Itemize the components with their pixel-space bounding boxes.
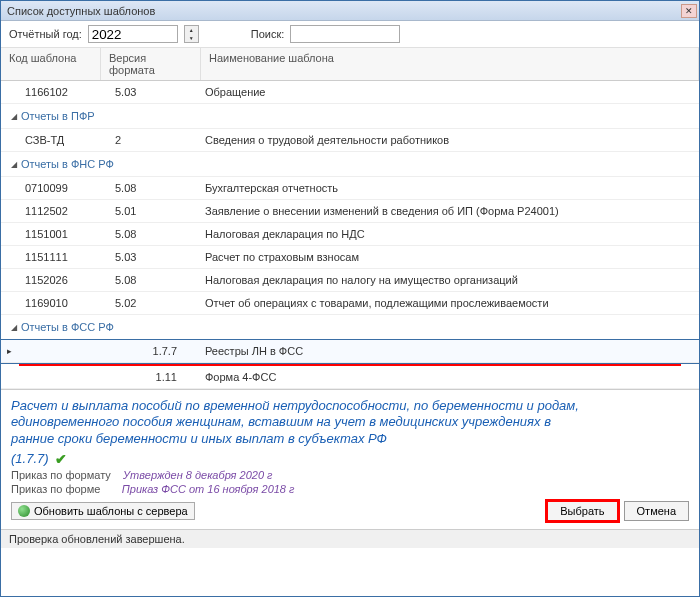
table-row[interactable]: 1166102 5.03 Обращение xyxy=(1,81,699,104)
group-row-pfr[interactable]: ◢ Отчеты в ПФР xyxy=(1,104,699,129)
spinner-up-icon[interactable]: ▲ xyxy=(185,26,198,34)
table-row[interactable]: 1151001 5.08 Налоговая декларация по НДС xyxy=(1,223,699,246)
col-header-version[interactable]: Версия формата xyxy=(101,48,201,80)
table-row[interactable]: СЗВ-ТД 2 Сведения о трудовой деятельност… xyxy=(1,129,699,152)
check-icon: ✔ xyxy=(55,451,67,467)
select-button[interactable]: Выбрать xyxy=(547,501,617,521)
grid-header: Код шаблона Версия формата Наименование … xyxy=(1,48,699,81)
search-label: Поиск: xyxy=(251,28,285,40)
chevron-down-icon: ◢ xyxy=(11,112,17,121)
window-title: Список доступных шаблонов xyxy=(7,5,155,17)
row-indicator-icon: ▸ xyxy=(1,340,17,362)
status-bar: Проверка обновлений завершена. xyxy=(1,529,699,548)
table-row[interactable]: 0710099 5.08 Бухгалтерская отчетность xyxy=(1,177,699,200)
form-order-line: Приказ по форме Приказ ФСС от 16 ноября … xyxy=(11,483,689,495)
chevron-down-icon: ◢ xyxy=(11,323,17,332)
table-row-selected[interactable]: ▸ 1.7.7 Реестры ЛН в ФСС xyxy=(1,340,699,363)
close-icon: ✕ xyxy=(685,6,693,16)
close-button[interactable]: ✕ xyxy=(681,4,697,18)
spinner-down-icon[interactable]: ▼ xyxy=(185,34,198,42)
search-input[interactable] xyxy=(290,25,400,43)
table-row[interactable]: 1169010 5.02 Отчет об операциях с товара… xyxy=(1,292,699,315)
table-row[interactable]: 1152026 5.08 Налоговая декларация по нал… xyxy=(1,269,699,292)
table-row[interactable]: 1151111 5.03 Расчет по страховым взносам xyxy=(1,246,699,269)
template-version: (1.7.7) xyxy=(11,451,49,466)
update-templates-button[interactable]: Обновить шаблоны с сервера xyxy=(11,502,195,520)
chevron-down-icon: ◢ xyxy=(11,160,17,169)
year-input[interactable] xyxy=(88,25,178,43)
grid: Код шаблона Версия формата Наименование … xyxy=(1,48,699,390)
format-order-line: Приказ по формату Утвержден 8 декабря 20… xyxy=(11,469,689,481)
format-order-link[interactable]: Утвержден 8 декабря 2020 г xyxy=(123,469,272,481)
globe-icon xyxy=(18,505,30,517)
group-row-fss[interactable]: ◢ Отчеты в ФСС РФ xyxy=(1,315,699,340)
year-spinner[interactable]: ▲ ▼ xyxy=(184,25,199,43)
col-header-code[interactable]: Код шаблона xyxy=(1,48,101,80)
template-description: Расчет и выплата пособий по временной не… xyxy=(11,398,689,447)
titlebar: Список доступных шаблонов ✕ xyxy=(1,1,699,21)
cancel-button[interactable]: Отмена xyxy=(624,501,689,521)
table-row[interactable]: 1112502 5.01 Заявление о внесении измене… xyxy=(1,200,699,223)
form-order-link[interactable]: Приказ ФСС от 16 ноября 2018 г xyxy=(122,483,295,495)
table-row[interactable]: 1.11 Форма 4-ФСС xyxy=(1,366,699,389)
col-header-name[interactable]: Наименование шаблона xyxy=(201,48,699,80)
grid-body: 1166102 5.03 Обращение ◢ Отчеты в ПФР СЗ… xyxy=(1,81,699,389)
detail-panel: Расчет и выплата пособий по временной не… xyxy=(1,390,699,529)
group-row-fns[interactable]: ◢ Отчеты в ФНС РФ xyxy=(1,152,699,177)
filter-bar: Отчётный год: ▲ ▼ Поиск: xyxy=(1,21,699,48)
year-label: Отчётный год: xyxy=(9,28,82,40)
